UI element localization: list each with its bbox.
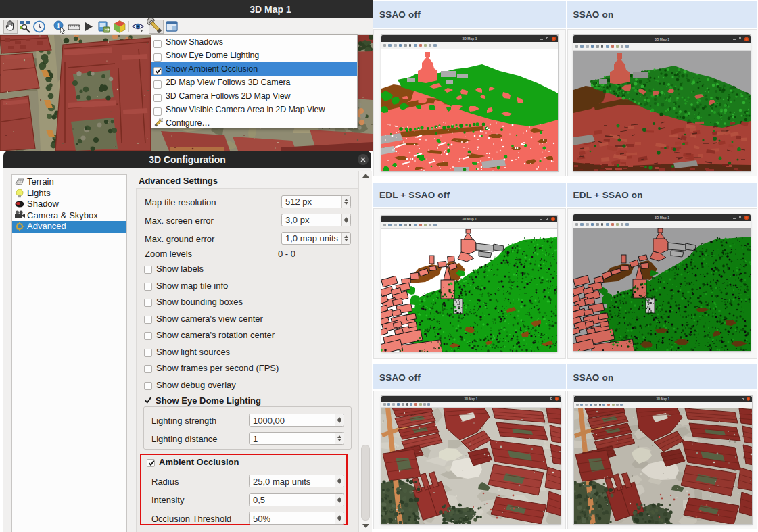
- svg-text:i: i: [57, 22, 60, 29]
